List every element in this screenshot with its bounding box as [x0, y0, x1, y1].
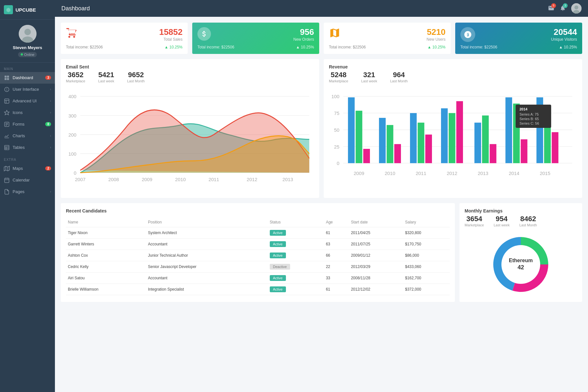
tooltip-series-a: Series A: 75: [520, 112, 547, 116]
chevron-right-icon: ›: [50, 99, 51, 103]
new-users-income: Total income: $22506 ▲ 10.25%: [329, 45, 446, 49]
earnings-lastweek-num: 954: [494, 215, 510, 223]
cell-start-date: 2008/11/28: [349, 272, 403, 284]
candidates-tbody: Tiger Nixon System Architect Active 61 2…: [66, 227, 450, 295]
cell-name: Ashton Cox: [66, 250, 146, 261]
table-row: Ashton Cox Junior Technical Author Activ…: [66, 250, 450, 261]
topbar-avatar[interactable]: [571, 3, 582, 14]
cell-status: Active: [268, 284, 324, 295]
svg-text:2008: 2008: [108, 177, 119, 182]
cell-name: Tiger Nixon: [66, 227, 146, 238]
svg-text:100: 100: [68, 151, 77, 157]
sidebar-item-label: Advanced UI: [13, 98, 50, 103]
sidebar-item-label: User Interface: [13, 87, 50, 92]
revenue-marketplace-num: 5248: [329, 71, 348, 79]
svg-text:2012: 2012: [247, 177, 257, 182]
sidebar-item-maps[interactable]: Maps 2: [0, 163, 55, 174]
stat-card-unique-visitors: 20544 Unique Visitors Total income: $225…: [455, 23, 582, 54]
cell-status: Active: [268, 250, 324, 261]
sidebar-item-forms[interactable]: Forms 8: [0, 119, 55, 130]
sidebar-item-icons[interactable]: Icons ›: [0, 107, 55, 119]
earnings-lastmonth-stat: 8462 Last Month: [519, 215, 537, 227]
logo-text: UPCUBE: [16, 7, 36, 13]
cart-icon: [66, 27, 78, 40]
svg-rect-67: [394, 144, 401, 163]
cell-position: Junior Technical Author: [146, 250, 268, 261]
sidebar-main-label: Main: [0, 63, 55, 72]
donut-chart: Ethereum 42: [488, 232, 553, 297]
svg-text:Ethereum: Ethereum: [509, 258, 533, 263]
svg-rect-82: [552, 132, 559, 163]
svg-rect-62: [348, 97, 355, 163]
cell-salary: $162,700: [403, 272, 450, 284]
revenue-lastweek-stat: 321 Last week: [361, 71, 377, 83]
cell-salary: $170,750: [403, 238, 450, 250]
svg-text:100: 100: [331, 94, 340, 99]
topbar: Dashboard 5 3: [55, 0, 588, 17]
revenue-chart-stats: 5248 Marketplace 321 Last week 964 Last …: [329, 71, 577, 83]
svg-point-11: [7, 90, 7, 90]
cell-status: Active: [268, 238, 324, 250]
earnings-marketplace-num: 3654: [465, 215, 484, 223]
svg-rect-8: [7, 78, 9, 80]
unique-visitors-label: Unique Visitors: [460, 37, 577, 42]
svg-text:0: 0: [74, 170, 76, 176]
email-sent-title: Email Sent: [66, 64, 314, 69]
topbar-actions: 5 3: [548, 3, 582, 14]
status-badge: Active: [270, 286, 286, 292]
new-users-growth: ▲ 10.25%: [427, 45, 446, 49]
revenue-lastweek-num: 321: [361, 71, 377, 79]
main-area: Dashboard 5 3: [55, 0, 588, 392]
svg-text:0: 0: [337, 161, 339, 166]
cell-start-date: 2011/07/25: [349, 238, 403, 250]
dashboard-icon: [4, 75, 10, 81]
sidebar-item-advanced-ui[interactable]: Advanced UI ›: [0, 95, 55, 107]
dollar-icon: [197, 27, 211, 41]
svg-text:300: 300: [68, 113, 77, 119]
cell-name: Garrett Winters: [66, 238, 146, 250]
content: 15852 Total Sales Total income: $22506 ▲…: [55, 17, 588, 392]
svg-rect-69: [418, 123, 425, 163]
cell-position: System Architect: [146, 227, 268, 238]
svg-rect-70: [425, 135, 432, 163]
sidebar-item-charts[interactable]: Charts ›: [0, 130, 55, 142]
cell-age: 22: [324, 261, 349, 272]
table-header-row: Name Position Status Age Start date Sala…: [66, 217, 450, 227]
svg-rect-65: [379, 118, 386, 163]
charts-icon: [4, 133, 10, 139]
sidebar-item-dashboard[interactable]: Dashboard 3: [0, 72, 55, 84]
sidebar-item-user-interface[interactable]: User Interface ›: [0, 84, 55, 95]
box-icon: [329, 27, 341, 40]
svg-text:2013: 2013: [478, 171, 488, 176]
svg-rect-7: [5, 78, 6, 80]
col-start-date: Start date: [349, 217, 403, 227]
cell-salary: $433,060: [403, 261, 450, 272]
total-sales-label: Total Sales: [66, 37, 183, 42]
col-age: Age: [324, 217, 349, 227]
svg-rect-63: [356, 111, 362, 163]
profile-name: Steven Meyers: [4, 45, 51, 50]
sidebar-item-tables[interactable]: Tables ›: [0, 142, 55, 153]
svg-text:2009: 2009: [354, 171, 364, 176]
sidebar-badge-maps: 2: [45, 166, 51, 170]
mail-button[interactable]: 5: [548, 5, 554, 12]
tooltip-series-c: Series C: 56: [520, 121, 547, 125]
online-dot: [21, 53, 23, 56]
earnings-marketplace-label: Marketplace: [465, 223, 484, 227]
earnings-lastweek-label: Last week: [494, 223, 510, 227]
stat-card-new-users: 5210 New Users Total income: $22506 ▲ 10…: [324, 23, 451, 54]
sidebar: UPCUBE Steven Meyers Online Main Dashboa…: [0, 0, 55, 392]
status-badge: Active: [270, 230, 286, 236]
sidebar-item-calendar[interactable]: Calendar: [0, 174, 55, 186]
notifications-button[interactable]: 3: [560, 5, 566, 12]
sidebar-item-pages[interactable]: Pages ›: [0, 186, 55, 198]
donut-chart-container: Ethereum 42: [465, 232, 577, 297]
tables-icon: [4, 145, 10, 150]
stat-card-total-sales: 15852 Total Sales Total income: $22506 ▲…: [61, 23, 188, 54]
svg-rect-71: [441, 108, 448, 163]
cell-name: Cedric Kelly: [66, 261, 146, 272]
chevron-right-icon: ›: [50, 190, 51, 193]
earnings-marketplace-stat: 3654 Marketplace: [465, 215, 484, 227]
avatar: [19, 25, 37, 43]
email-lastweek-label: Last week: [98, 79, 114, 83]
